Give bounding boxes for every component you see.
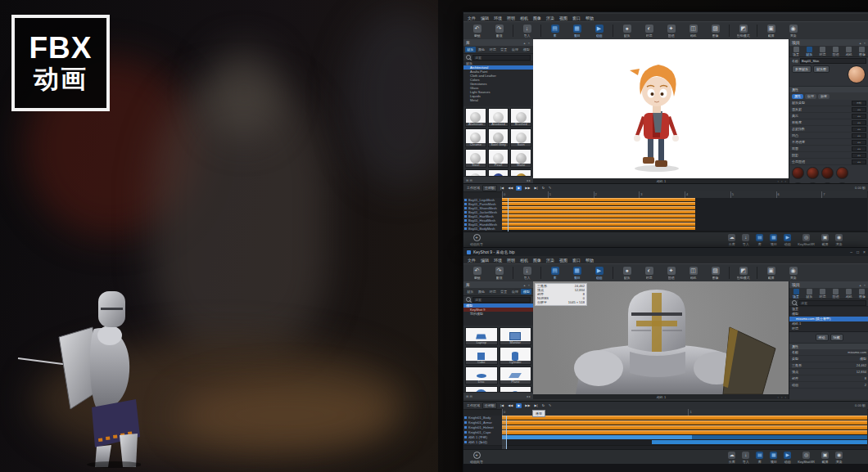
menu-item-文件[interactable]: 文件 — [468, 16, 476, 20]
menu-item-视图[interactable]: 视图 — [559, 258, 567, 263]
toolbar-button-照明[interactable]: ✦照明 — [661, 25, 681, 38]
toolbar-button-导入[interactable]: ↓导入 — [517, 267, 537, 280]
project-tab-材质[interactable]: 材质 — [802, 46, 816, 56]
animation-clip-bar[interactable] — [502, 420, 867, 425]
animation-clip-bar[interactable] — [502, 214, 695, 218]
animation-clip-bar[interactable] — [502, 425, 867, 429]
model-thumbnail[interactable]: Monitor — [500, 327, 532, 345]
property-control[interactable]: ◂ ▸ — [852, 133, 866, 138]
toolbar-button-项目[interactable]: ▦项目 — [567, 25, 587, 38]
button-多层材质[interactable]: 多层材质 — [792, 65, 811, 73]
toolbar-button-照明[interactable]: ✦照明 — [661, 267, 681, 280]
step-back-icon[interactable]: ◀◀ — [507, 403, 513, 408]
subtab-属性[interactable]: 属性 — [792, 94, 803, 99]
material-thumbnail[interactable]: Satin — [510, 128, 531, 147]
bottombar-button-项目[interactable]: ▦项目 — [770, 452, 777, 464]
menu-item-照明[interactable]: 照明 — [507, 258, 515, 263]
bottombar-button-截屏[interactable]: ▣截屏 — [821, 234, 829, 246]
menu-item-照明[interactable]: 照明 — [507, 16, 515, 20]
menu-item-图像[interactable]: 图像 — [533, 16, 541, 20]
property-control[interactable]: ◂ ▸ — [852, 114, 866, 119]
window-controls[interactable]: – □ × — [850, 249, 866, 254]
project-tab-相机[interactable]: 相机 — [843, 46, 856, 56]
loop-icon[interactable]: ↻ — [541, 186, 545, 191]
pager-icons[interactable]: ◂ ▸ — [527, 394, 531, 398]
toolbar-button-材质[interactable]: ●材质 — [617, 267, 637, 280]
toolbar-button-图像[interactable]: ▨图像 — [705, 267, 726, 280]
animation-wizard-button[interactable]: + 动画向导 — [470, 452, 483, 464]
close-icon[interactable]: × — [863, 249, 866, 254]
model-thumbnail[interactable]: Cylinder — [500, 347, 532, 365]
property-control[interactable]: ◂ ▸ — [852, 146, 866, 151]
material-thumbnail[interactable]: Pearl — [488, 149, 509, 168]
menu-item-图像[interactable]: 图像 — [533, 258, 541, 263]
material-ball-large[interactable] — [848, 65, 866, 83]
library-tree-item[interactable]: Metal — [463, 98, 533, 102]
material-name-value[interactable]: Boy01_Skin — [800, 58, 866, 64]
animation-clip-bar[interactable] — [502, 227, 695, 230]
material-thumbnail[interactable]: Aluminum — [465, 108, 486, 127]
panel-header-icons[interactable]: ▴ × — [524, 283, 531, 287]
toolbar-button-库[interactable]: ▤库 — [545, 25, 565, 38]
animation-clip-bar[interactable] — [692, 435, 867, 439]
menu-item-视图[interactable]: 视图 — [559, 16, 567, 20]
button-移动[interactable]: 移动 — [816, 334, 829, 341]
subtab-标签[interactable]: 标签 — [818, 94, 830, 99]
menu-item-渲染[interactable]: 渲染 — [546, 258, 554, 263]
color-swatch[interactable] — [807, 167, 819, 179]
scene-tree-item[interactable]: 环境 — [789, 326, 868, 331]
material-thumbnail[interactable]: Swirl Grey — [488, 128, 509, 147]
frame-range-dropdown[interactable]: 全部帧 — [482, 402, 497, 409]
material-thumbnail[interactable]: Brushed — [510, 108, 531, 127]
toolbar-button-性能模式[interactable]: ◩性能模式 — [733, 267, 753, 280]
toolbar-button-性能模式[interactable]: ◩性能模式 — [733, 25, 753, 38]
toolbar-button-相机[interactable]: ◫相机 — [683, 25, 703, 38]
toolbar-button-渲染[interactable]: ◉渲染 — [783, 25, 803, 38]
toolbar-button-截屏[interactable]: ▣截屏 — [761, 267, 781, 280]
project-tab-场景[interactable]: 场景 — [789, 288, 802, 299]
animation-clip-bar[interactable] — [502, 416, 867, 420]
toolbar-button-环境[interactable]: ◐环境 — [639, 25, 659, 38]
library-tab-背景[interactable]: 背景 — [499, 289, 509, 294]
realtime-viewport-boy[interactable]: 相机 1 ▫ ▫ ▫ — [533, 39, 789, 183]
step-forward-icon[interactable]: ▶▶ — [524, 403, 531, 408]
maximize-icon[interactable]: □ — [857, 249, 859, 254]
toolbar-button-重做[interactable]: ↷重做 — [489, 267, 509, 280]
project-tab-场景[interactable]: 场景 — [789, 46, 802, 56]
library-tree-item[interactable]: 我的模型 — [463, 312, 533, 316]
bottombar-button-项目[interactable]: ▦项目 — [770, 234, 777, 246]
minimize-icon[interactable]: – — [850, 249, 852, 254]
animation-clip-bar[interactable] — [502, 202, 695, 205]
bottombar-button-渲染[interactable]: ◉渲染 — [835, 234, 843, 246]
menu-item-窗口[interactable]: 窗口 — [572, 258, 581, 263]
animation-clip-bar[interactable] — [652, 440, 867, 444]
library-tab-纹理[interactable]: 纹理 — [510, 289, 521, 294]
project-tab-图像[interactable]: 图像 — [856, 288, 868, 299]
step-back-icon[interactable]: ◀◀ — [507, 186, 513, 191]
menu-item-窗口[interactable]: 窗口 — [572, 16, 581, 20]
play-icon[interactable]: ▶ — [516, 186, 522, 191]
menu-item-帮助[interactable]: 帮助 — [585, 16, 594, 20]
menu-item-环境[interactable]: 环境 — [494, 258, 502, 263]
project-tab-图像[interactable]: 图像 — [856, 46, 868, 56]
toolbar-button-重做[interactable]: ↷重做 — [489, 25, 509, 38]
animation-wizard-button[interactable]: + 动画向导 — [470, 234, 483, 246]
toolbar-button-相机[interactable]: ◫相机 — [683, 267, 703, 280]
menu-item-编辑[interactable]: 编辑 — [481, 16, 489, 20]
project-tab-环境[interactable]: 环境 — [816, 46, 829, 56]
bottombar-button-截屏[interactable]: ▣截屏 — [821, 452, 829, 464]
bottombar-button-云库[interactable]: ☁云库 — [728, 452, 735, 464]
track-name[interactable]: 相机 1 (旋转) — [463, 440, 505, 446]
bottombar-button-动画[interactable]: ▶动画 — [784, 234, 791, 246]
track-lane[interactable] — [502, 440, 867, 446]
model-thumbnail[interactable]: Plane — [500, 366, 532, 384]
toolbar-button-撤销[interactable]: ↶撤销 — [467, 267, 487, 280]
toolbar-button-导入[interactable]: ↓导入 — [517, 25, 537, 38]
edit-keyframe-icon[interactable]: ✎ — [548, 403, 552, 408]
bottombar-button-KeyShotXR[interactable]: ◎KeyShotXR — [798, 234, 815, 246]
toolbar-button-撤销[interactable]: ↶撤销 — [467, 25, 487, 38]
project-tab-照明[interactable]: 照明 — [830, 46, 843, 56]
toolbar-button-截屏[interactable]: ▣截屏 — [761, 25, 781, 38]
library-tab-模型[interactable]: 模型 — [521, 47, 531, 52]
toolbar-button-动画[interactable]: ▶动画 — [589, 267, 609, 280]
